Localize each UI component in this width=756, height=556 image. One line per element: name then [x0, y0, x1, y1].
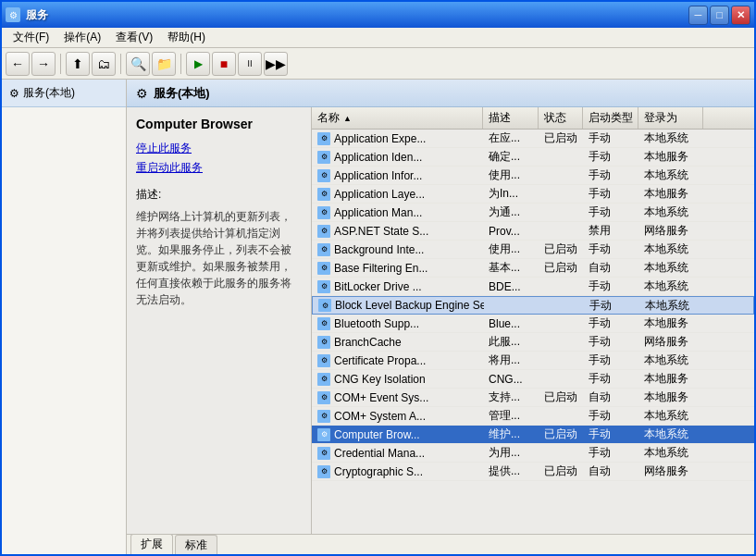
table-row[interactable]: ⚙ CNG Key Isolation CNG... 手动 本地服务 — [312, 370, 754, 389]
tab-expand[interactable]: 扩展 — [130, 534, 173, 554]
search-button[interactable]: 🔍 — [126, 52, 150, 76]
service-desc: BDE... — [483, 280, 539, 293]
service-startup: 手动 — [583, 408, 638, 424]
col-header-logon[interactable]: 登录为 — [638, 107, 703, 129]
service-name: ASP.NET State S... — [334, 225, 428, 238]
selected-service-name: Computer Browser — [136, 117, 302, 131]
stop-button[interactable]: ■ — [212, 52, 236, 76]
restart-service-link[interactable]: 重启动此服务 — [136, 160, 302, 176]
service-icon: ⚙ — [317, 373, 330, 386]
service-logon: 本地系统 — [638, 167, 703, 183]
service-icon: ⚙ — [317, 317, 330, 330]
service-desc: 管理... — [483, 408, 539, 424]
service-logon: 本地系统 — [638, 352, 703, 368]
service-logon: 本地系统 — [638, 445, 703, 461]
service-icon: ⚙ — [317, 206, 330, 219]
content-split: Computer Browser 停止此服务 重启动此服务 描述: 维护网络上计… — [127, 107, 754, 534]
table-row[interactable]: ⚙ Application Iden... 确定... 手动 本地服务 — [312, 148, 754, 167]
folder-button[interactable]: 📁 — [152, 52, 176, 76]
play-button[interactable]: ▶ — [186, 52, 210, 76]
service-icon: ⚙ — [317, 262, 330, 275]
service-desc: Blue... — [483, 317, 539, 330]
table-row[interactable]: ⚙ Certificate Propa... 将用... 手动 本地系统 — [312, 352, 754, 370]
menu-action[interactable]: 操作(A) — [56, 28, 108, 47]
table-row[interactable]: ⚙ COM+ Event Sys... 支持... 已启动 自动 本地服务 — [312, 389, 754, 407]
table-row[interactable]: ⚙ BranchCache 此服... 手动 网络服务 — [312, 333, 754, 352]
back-button[interactable]: ← — [6, 52, 30, 76]
service-desc: 支持... — [483, 389, 539, 405]
col-header-desc[interactable]: 描述 — [483, 107, 539, 129]
service-desc: 此服... — [483, 334, 539, 350]
menu-file[interactable]: 文件(F) — [6, 28, 56, 47]
status-bar: 扩展 标准 — [127, 534, 754, 554]
table-row[interactable]: ⚙ ASP.NET State S... Prov... 禁用 网络服务 — [312, 222, 754, 241]
table-row[interactable]: ⚙ Application Infor... 使用... 手动 本地系统 — [312, 167, 754, 185]
table-row[interactable]: ⚙ Bluetooth Supp... Blue... 手动 本地服务 — [312, 315, 754, 333]
service-icon: ⚙ — [317, 336, 330, 349]
col-header-name[interactable]: 名称 ▲ — [312, 107, 483, 129]
service-desc: 基本... — [483, 260, 539, 276]
table-row[interactable]: ⚙ BitLocker Drive ... BDE... 手动 本地系统 — [312, 278, 754, 296]
up-button[interactable]: ⬆ — [66, 52, 90, 76]
description-text: 维护网络上计算机的更新列表，并将列表提供给计算机指定浏览。如果服务停止，列表不会… — [136, 208, 302, 308]
service-logon: 本地系统 — [638, 241, 703, 257]
sidebar-title[interactable]: 服务(本地) — [23, 85, 75, 101]
menu-view[interactable]: 查看(V) — [108, 28, 160, 47]
service-logon: 本地系统 — [638, 408, 703, 424]
table-row[interactable]: ⚙ Background Inte... 使用... 已启动 手动 本地系统 — [312, 241, 754, 259]
service-desc: 为In... — [483, 186, 539, 202]
minimize-button[interactable]: ─ — [688, 6, 708, 25]
pause-button[interactable]: ⏸ — [238, 52, 262, 76]
service-desc: 使用... — [483, 167, 539, 183]
service-logon: 本地服务 — [638, 371, 703, 387]
service-logon: 本地系统 — [638, 130, 703, 146]
tab-standard[interactable]: 标准 — [175, 535, 217, 555]
toolbar-separator-3 — [180, 54, 181, 74]
stop-service-link[interactable]: 停止此服务 — [136, 141, 302, 156]
service-startup: 手动 — [583, 445, 638, 461]
table-row[interactable]: ⚙ Credential Mana... 为用... 手动 本地系统 — [312, 444, 754, 463]
service-name: Application Laye... — [334, 188, 425, 201]
maximize-button[interactable]: □ — [710, 6, 729, 25]
service-icon: ⚙ — [317, 169, 330, 182]
service-icon: ⚙ — [317, 428, 330, 441]
table-row[interactable]: ⚙ Application Man... 为通... 手动 本地系统 — [312, 204, 754, 222]
info-panel: Computer Browser 停止此服务 重启动此服务 描述: 维护网络上计… — [127, 107, 312, 534]
service-status: 已启动 — [539, 426, 583, 442]
restart-button[interactable]: ▶▶ — [264, 52, 288, 76]
table-row[interactable]: ⚙ Cryptographic S... 提供... 已启动 自动 网络服务 — [312, 463, 754, 481]
table-row[interactable]: ⚙ COM+ System A... 管理... 手动 本地系统 — [312, 407, 754, 426]
table-row[interactable]: ⚙ Base Filtering En... 基本... 已启动 自动 本地系统 — [312, 259, 754, 278]
service-name: Computer Brow... — [334, 428, 420, 441]
table-row[interactable]: ⚙ Application Laye... 为In... 手动 本地服务 — [312, 185, 754, 204]
service-name: Application Man... — [334, 206, 422, 219]
forward-button[interactable]: → — [31, 52, 56, 76]
show-hide-button[interactable]: 🗂 — [92, 52, 116, 76]
service-logon: 本地系统 — [638, 260, 703, 276]
close-button[interactable]: ✕ — [731, 6, 750, 25]
menu-help[interactable]: 帮助(H) — [160, 28, 213, 47]
service-startup: 手动 — [583, 241, 638, 257]
service-startup: 手动 — [583, 130, 638, 146]
col-header-startup[interactable]: 启动类型 — [583, 107, 638, 129]
service-logon: 网络服务 — [638, 463, 703, 479]
sidebar: ⚙ 服务(本地) — [2, 80, 127, 554]
title-bar-left: ⚙ 服务 — [6, 7, 48, 23]
table-row[interactable]: ⚙ Computer Brow... 维护... 已启动 手动 本地系统 — [312, 426, 754, 444]
service-status: 已启动 — [539, 389, 583, 405]
service-startup: 自动 — [583, 463, 638, 479]
main-content: ⚙ 服务(本地) ⚙ 服务(本地) Computer Browser 停止此服务… — [2, 80, 754, 554]
table-row[interactable]: ⚙ Application Expe... 在应... 已启动 手动 本地系统 — [312, 130, 754, 148]
service-startup: 手动 — [583, 149, 638, 165]
col-header-status[interactable]: 状态 — [539, 107, 583, 129]
service-status: 已启动 — [539, 241, 583, 257]
service-startup: 手动 — [584, 298, 639, 314]
table-row[interactable]: ⚙ Block Level Backup Engine Service 手动 本… — [312, 296, 754, 315]
service-name: Cryptographic S... — [334, 465, 423, 478]
toolbar-separator-2 — [120, 54, 121, 74]
service-desc: 在应... — [483, 130, 539, 146]
service-logon: 本地服务 — [638, 315, 703, 331]
table-header: 名称 ▲ 描述 状态 启动类型 登录为 — [312, 107, 754, 130]
toolbar: ← → ⬆ 🗂 🔍 📁 ▶ ■ ⏸ ▶▶ — [2, 48, 754, 80]
service-name: Certificate Propa... — [334, 354, 426, 367]
